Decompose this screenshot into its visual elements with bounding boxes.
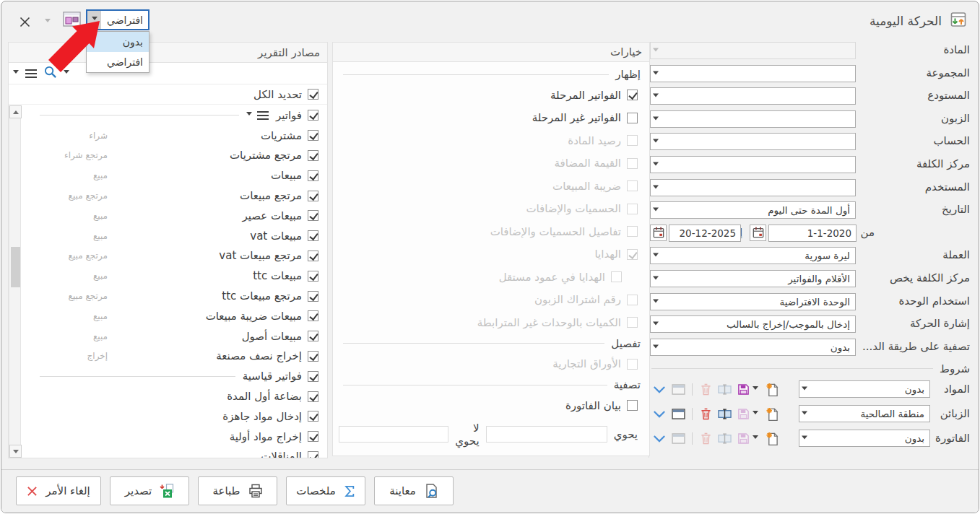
source-row[interactable]: مرتجع مبيعات ttc مرتجع مبيع (21, 286, 327, 306)
source-checkbox[interactable] (308, 391, 318, 402)
source-checkbox[interactable] (308, 191, 318, 201)
source-row[interactable]: مشتريات شراء (21, 126, 327, 146)
field-combobox[interactable] (650, 42, 856, 59)
chevron-down-icon[interactable] (653, 318, 659, 331)
option-checkbox[interactable] (611, 271, 622, 282)
search-mode-caret-icon[interactable] (64, 70, 69, 77)
option-checkbox[interactable] (627, 359, 638, 370)
preview-button[interactable]: معاينة (374, 476, 454, 505)
option-checkbox[interactable] (627, 113, 638, 123)
delete-condition-button[interactable] (698, 406, 714, 422)
menu-icon[interactable] (25, 69, 37, 78)
source-checkbox[interactable] (308, 351, 318, 362)
preset-dropdown-button[interactable] (87, 11, 101, 29)
option-checkbox[interactable] (627, 400, 638, 411)
condition-combobox[interactable]: بدون (799, 380, 930, 398)
field-combobox[interactable]: بدون (650, 339, 856, 356)
option-checkbox[interactable] (627, 90, 638, 100)
source-row[interactable]: مبيعات vat مبيع (21, 226, 327, 246)
save-condition-button[interactable] (735, 406, 751, 422)
condition-combobox[interactable]: بدون (799, 430, 930, 447)
open-condition-window-button[interactable] (670, 431, 686, 447)
option-checkbox[interactable] (627, 249, 638, 260)
source-checkbox[interactable] (308, 251, 318, 261)
source-row[interactable]: مرتجع مشتريات مرتجع شراء (21, 146, 327, 166)
source-row[interactable]: مبيعات مبيع (21, 165, 327, 186)
rename-condition-button[interactable] (716, 382, 732, 398)
source-row[interactable]: إدخال مواد جاهزة (21, 406, 327, 427)
delete-condition-button[interactable] (698, 382, 714, 398)
chevron-down-icon[interactable] (653, 249, 659, 263)
scrollbar-track[interactable] (9, 105, 21, 458)
dropdown-option[interactable]: بدون (87, 32, 149, 52)
option-row[interactable]: الفواتير غير المرحلة (333, 107, 649, 130)
chevron-down-icon[interactable] (653, 157, 659, 171)
chevron-down-icon[interactable] (802, 406, 807, 420)
scrollbar-thumb[interactable] (11, 247, 20, 287)
save-options-caret-icon[interactable] (753, 411, 758, 417)
option-row[interactable]: الكميات بالوحدات غير المترابطة (333, 311, 649, 334)
field-combobox[interactable] (650, 156, 856, 173)
source-checkbox[interactable] (308, 451, 318, 458)
chevron-down-icon[interactable] (653, 340, 659, 354)
select-all-checkbox[interactable] (308, 89, 318, 100)
option-row[interactable]: ضريبة المبيعات (333, 175, 649, 198)
chevron-down-icon[interactable] (653, 295, 659, 308)
option-row[interactable]: بيان الفاتورة (333, 394, 649, 417)
field-combobox[interactable]: الوحدة الافتراضية (650, 293, 856, 310)
source-row[interactable]: إخراج نصف مصنعة إخراج (21, 347, 327, 367)
new-condition-button[interactable] (764, 382, 780, 398)
field-combobox[interactable]: إدخال بالموجب/إخراج بالسالب (650, 315, 856, 333)
group-caret-icon[interactable] (246, 112, 252, 118)
expand-condition-button[interactable] (651, 382, 667, 398)
source-row[interactable]: مبيعات أصول مبيع (21, 326, 327, 347)
source-checkbox[interactable] (308, 310, 318, 321)
option-checkbox[interactable] (627, 135, 638, 146)
source-row[interactable]: مرتجع مبيعات مرتجع مبيع (21, 186, 327, 206)
search-options-caret-icon[interactable] (13, 70, 19, 77)
select-all-row[interactable]: تحديد الكل (9, 84, 327, 105)
option-row[interactable]: إظهار (333, 65, 649, 84)
chevron-down-icon[interactable] (653, 44, 659, 58)
source-row[interactable]: مرتجع مبيعات vat مرتجع مبيع (21, 246, 327, 266)
source-row[interactable]: المناقلات (21, 447, 327, 458)
new-condition-button[interactable] (764, 406, 780, 422)
field-combobox[interactable] (650, 87, 856, 105)
date-to-input[interactable]: 20-12-2025 (669, 225, 741, 242)
preset-combobox[interactable]: افتراضي (86, 9, 149, 30)
scrollbar-down-button[interactable] (9, 445, 22, 458)
option-checkbox[interactable] (627, 204, 638, 214)
rename-condition-button[interactable] (716, 406, 732, 422)
expand-condition-button[interactable] (651, 431, 667, 447)
option-checkbox[interactable] (627, 295, 638, 305)
source-checkbox[interactable] (308, 371, 318, 382)
source-checkbox[interactable] (308, 150, 318, 161)
source-checkbox[interactable] (308, 110, 318, 121)
source-checkbox[interactable] (308, 170, 318, 181)
chevron-down-icon[interactable] (802, 382, 807, 396)
rename-condition-button[interactable] (716, 431, 732, 447)
save-options-caret-icon[interactable] (753, 386, 758, 393)
chevron-down-icon[interactable] (653, 204, 659, 217)
export-button[interactable]: تصدير (110, 476, 189, 505)
source-row[interactable]: فواتير (21, 105, 327, 126)
chevron-down-icon[interactable] (653, 66, 659, 80)
source-checkbox[interactable] (308, 331, 318, 341)
save-condition-button[interactable] (735, 382, 751, 398)
option-row[interactable]: القيمة المضافة (333, 152, 649, 175)
delete-condition-button[interactable] (698, 431, 714, 447)
source-row[interactable]: بضاعة أول المدة (21, 386, 327, 406)
open-condition-window-button[interactable] (670, 382, 686, 398)
field-combobox[interactable] (650, 133, 856, 150)
expand-condition-button[interactable] (651, 406, 667, 422)
field-combobox[interactable] (650, 110, 856, 128)
option-row[interactable]: الهدايا في عمود مستقل (333, 266, 649, 289)
option-checkbox[interactable] (627, 180, 638, 191)
save-options-caret-icon[interactable] (753, 435, 758, 442)
source-row[interactable]: إخراج مواد أولية (21, 427, 327, 447)
source-checkbox[interactable] (308, 431, 318, 442)
source-checkbox[interactable] (308, 130, 318, 141)
chevron-down-icon[interactable] (653, 271, 659, 285)
search-icon[interactable] (43, 65, 57, 82)
option-row[interactable]: الأوراق التجارية (333, 353, 649, 376)
